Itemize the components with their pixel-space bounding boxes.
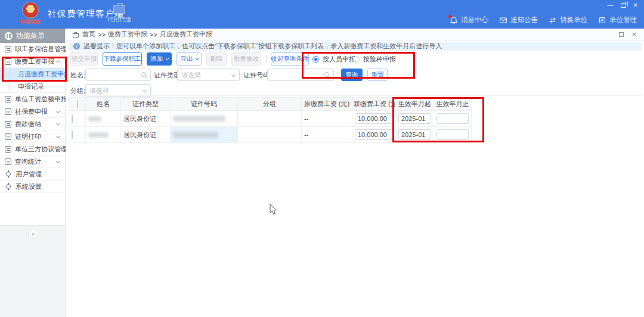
toolbar-divider xyxy=(266,55,267,63)
col-effective-start: 生效年月起 xyxy=(396,98,434,111)
submit-declare-button[interactable]: 提交申报 xyxy=(70,52,98,66)
search-icon xyxy=(141,72,147,78)
name-label: 姓名: xyxy=(70,71,85,80)
breadcrumb-level1[interactable]: 缴费工资申报 xyxy=(108,30,147,39)
radio-by-person[interactable]: 按人员申报 xyxy=(312,55,355,64)
bell-icon xyxy=(450,16,458,24)
group-label: 分组: xyxy=(70,86,85,95)
cert-no-input[interactable] xyxy=(267,69,334,81)
chevron-down-icon xyxy=(231,73,236,77)
radio-by-insurance[interactable]: 按险种申报 xyxy=(353,55,396,64)
briefcase-icon xyxy=(113,5,125,14)
minimize-button[interactable]: — xyxy=(608,2,614,8)
table-header-row: 姓名 证件类型 证件号码 分组 原缴费工资 (元) 新缴费工资 (元) 生效年月… xyxy=(69,98,472,111)
menu-icon xyxy=(5,32,13,40)
restore-button[interactable] xyxy=(621,3,626,8)
sidebar-item-certificate-print[interactable]: 证明打印 xyxy=(0,130,65,143)
sidebar-item-fee-payment[interactable]: 费款缴纳 xyxy=(0,118,65,130)
effective-start-input[interactable] xyxy=(398,129,431,140)
reset-button[interactable]: 重置 xyxy=(367,69,388,81)
select-all-header xyxy=(69,98,86,111)
chevron-down-icon xyxy=(56,159,60,163)
effective-end-input[interactable] xyxy=(436,129,469,140)
row-checkbox[interactable] xyxy=(72,130,73,139)
delete-button[interactable]: 删除 xyxy=(206,52,227,66)
name-cell-redacted xyxy=(86,127,121,143)
sidebar-header: 功能菜单 xyxy=(0,29,65,43)
effective-end-input[interactable] xyxy=(436,113,469,124)
col-group: 分组 xyxy=(238,98,302,111)
message-center-button[interactable]: 消息中心 xyxy=(450,15,488,24)
app-logo: 中国税务 xyxy=(18,2,43,25)
breadcrumb: 首页 >> 缴费工资申报 >> 月度缴费工资申报 ✕ xyxy=(66,29,644,41)
sidebar-item-tripartite-agreement[interactable]: 单位三方协议管理 xyxy=(0,143,65,156)
close-button[interactable]: ✕ xyxy=(633,2,638,8)
sidebar-item-declare-records[interactable]: 申报记录 xyxy=(0,80,65,93)
sidebar-item-query-statistics[interactable]: 查询统计 xyxy=(0,156,65,168)
sidebar-item-salary-declare[interactable]: 缴费工资申报 xyxy=(0,55,65,68)
redacted-cert-no xyxy=(173,116,225,122)
effective-start-input[interactable] xyxy=(398,113,431,124)
notice-announcement-button[interactable]: 通知公告 xyxy=(499,15,538,24)
notice-text: 温馨提示：您可以单个添加职工，也可以点击“下载参保职工”按钮下载参保职工列表，录… xyxy=(83,42,442,51)
document-icon xyxy=(5,96,11,102)
cert-type-select[interactable]: 请选择 xyxy=(177,69,240,81)
sidebar: 功能菜单 职工参保信息管理 缴费工资申报 月度缴费工资申报 申报记录 单位工资总… xyxy=(0,29,66,317)
sidebar-collapse-button[interactable]: « xyxy=(28,229,38,239)
batch-edit-button[interactable]: 批量修改 xyxy=(231,52,261,66)
sidebar-item-system-settings[interactable]: 系统设置 xyxy=(0,181,65,193)
sidebar-item-user-management[interactable]: 用户管理 xyxy=(0,168,65,181)
breadcrumb-home[interactable]: 首页 xyxy=(82,30,95,39)
breadcrumb-level2: 月度缴费工资申报 xyxy=(160,30,212,39)
add-button[interactable]: 添加 xyxy=(147,52,172,66)
query-button[interactable]: 查询 xyxy=(341,69,363,81)
chevron-down-icon xyxy=(165,57,169,60)
national-emblem-icon xyxy=(23,2,38,18)
tab-close-icon[interactable]: ✕ xyxy=(632,31,637,38)
document-icon xyxy=(5,46,11,52)
group-select[interactable]: 请选择 xyxy=(85,84,151,97)
envelope-icon xyxy=(499,16,507,24)
redacted-cert-no xyxy=(173,132,218,138)
sidebar-item-social-insurance-declare[interactable]: 社保费申报 xyxy=(0,105,65,118)
export-button[interactable]: 导出 xyxy=(177,52,202,66)
document-icon xyxy=(5,108,11,115)
chevron-down-icon xyxy=(143,88,147,92)
new-salary-input[interactable] xyxy=(355,113,393,124)
sidebar-item-employee-info[interactable]: 职工参保信息管理 xyxy=(0,43,65,55)
redacted-name xyxy=(88,132,109,138)
chevron-down-icon xyxy=(56,122,60,126)
table-row: 居民身份证 -- xyxy=(69,127,472,143)
select-all-checkbox[interactable] xyxy=(77,100,78,108)
radio-unselected-icon xyxy=(353,56,360,63)
window-controls: — ✕ xyxy=(608,2,638,9)
row-checkbox[interactable] xyxy=(72,114,73,123)
collapse-query-button[interactable]: 收起查询条件 xyxy=(271,52,309,66)
nav-daikou-daijiao[interactable]: 代扣代缴 xyxy=(106,5,132,24)
col-cert-type: 证件类型 xyxy=(121,98,171,111)
unit-management-button[interactable]: 单位管理 xyxy=(598,15,637,24)
sidebar-item-monthly-salary-declare[interactable]: 月度缴费工资申报 xyxy=(0,68,65,80)
redacted-name xyxy=(88,116,101,122)
chevron-down-icon xyxy=(56,134,60,138)
chevron-down-icon xyxy=(56,109,60,113)
sidebar-item-unit-total-salary[interactable]: 单位工资总额申报 xyxy=(0,93,65,105)
home-icon xyxy=(73,32,79,37)
main-content: 首页 >> 缴费工资申报 >> 月度缴费工资申报 ✕ i 温馨提示：您可以单个添… xyxy=(66,29,644,317)
tab-maximize-icon[interactable] xyxy=(619,32,624,37)
col-effective-end: 生效年月止 xyxy=(434,98,472,111)
swap-icon xyxy=(549,16,557,24)
search-icon xyxy=(324,72,330,78)
col-old-salary: 原缴费工资 (元) xyxy=(302,98,352,111)
name-input[interactable] xyxy=(85,69,151,81)
section-divider xyxy=(69,95,642,96)
radio-selected-icon xyxy=(312,56,319,63)
org-icon xyxy=(598,16,606,24)
new-salary-input[interactable] xyxy=(355,129,393,140)
switch-unit-button[interactable]: 切换单位 xyxy=(549,15,587,24)
topbar-actions: 消息中心 通知公告 切换单位 单位管理 xyxy=(450,15,637,24)
table-row: 居民身份证 -- xyxy=(69,111,472,127)
chevron-up-icon xyxy=(56,60,60,64)
document-icon xyxy=(5,121,11,128)
download-insured-button[interactable]: 下载参保职工 xyxy=(103,52,142,66)
